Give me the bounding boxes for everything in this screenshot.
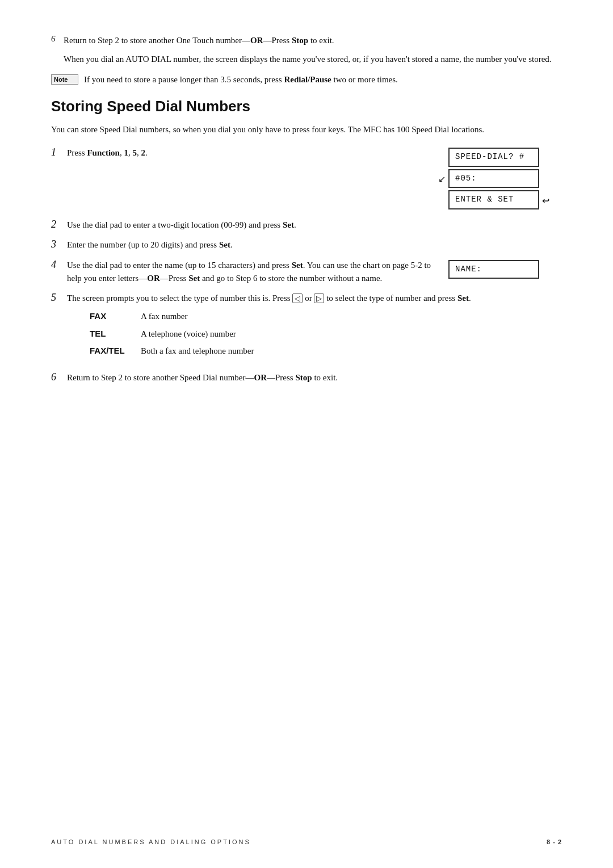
footer: AUTO DIAL NUMBERS AND DIALING OPTIONS 8 … bbox=[51, 838, 562, 845]
auto-dial-note: When you dial an AUTO DIAL number, the s… bbox=[64, 53, 562, 66]
step-5-row: 5 The screen prompts you to select the t… bbox=[51, 292, 562, 364]
steps-container: 1 Press Function, 1, 5, 2. SPEED-DIAL? #… bbox=[51, 146, 562, 384]
section-heading: Storing Speed Dial Numbers bbox=[51, 98, 562, 115]
step4-text-before: Use the dial pad to enter the name (up t… bbox=[67, 261, 292, 270]
step5-bold1: Set bbox=[457, 293, 469, 303]
step-4-lcd: NAME: bbox=[448, 260, 562, 282]
step6-text-before: Return to Step 2 to store another Speed … bbox=[67, 373, 254, 382]
top-step-or: OR bbox=[250, 36, 263, 45]
step5-text-after: to select the type of number and press bbox=[324, 293, 457, 303]
step-4-text: Use the dial pad to enter the name (up t… bbox=[67, 259, 431, 286]
step5-icon-left: ◁ bbox=[292, 293, 303, 303]
note-text: If you need to store a pause longer than… bbox=[84, 73, 398, 86]
fax-desc-tel: A telephone (voice) number bbox=[141, 328, 236, 341]
step1-bold2: 1 bbox=[124, 148, 128, 157]
lcd-line2: #05: bbox=[448, 169, 539, 188]
step4-text-after: —Press bbox=[160, 274, 188, 283]
lcd-name: NAME: bbox=[448, 260, 539, 279]
fax-desc-faxtel: Both a fax and telephone number bbox=[141, 345, 254, 358]
step-6-number: 6 bbox=[51, 371, 67, 383]
step5-text-end: . bbox=[469, 293, 471, 303]
top-section: 6 Return to Step 2 to store another One … bbox=[51, 34, 562, 86]
step3-bold1: Set bbox=[219, 240, 230, 249]
step-4-number: 4 bbox=[51, 259, 67, 271]
note-bold: Redial/Pause bbox=[284, 75, 331, 84]
step-6-body: Return to Step 2 to store another Speed … bbox=[67, 371, 562, 384]
step5-para: The screen prompts you to select the typ… bbox=[67, 292, 562, 305]
step-1-text: Press Function, 1, 5, 2. bbox=[67, 146, 431, 160]
step2-bold1: Set bbox=[283, 220, 294, 229]
step5-text-mid: or bbox=[303, 293, 314, 303]
step-1-row: 1 Press Function, 1, 5, 2. SPEED-DIAL? #… bbox=[51, 146, 562, 212]
step-4-with-lcd: Use the dial pad to enter the name (up t… bbox=[67, 259, 562, 286]
intro-text: You can store Speed Dial numbers, so whe… bbox=[51, 123, 562, 136]
top-step-row: 6 Return to Step 2 to store another One … bbox=[51, 34, 562, 47]
page: 6 Return to Step 2 to store another One … bbox=[0, 0, 613, 868]
lcd-line1: SPEED-DIAL? # bbox=[448, 148, 539, 167]
step-1-lcd: SPEED-DIAL? # ↙ #05: ↩ ENTER & SET bbox=[448, 148, 562, 212]
top-step-number: 6 bbox=[51, 34, 64, 44]
fax-row-faxtel: FAX/TEL Both a fax and telephone number bbox=[90, 344, 562, 358]
fax-label-fax: FAX bbox=[90, 309, 141, 322]
step1-bold4: 2 bbox=[141, 148, 145, 157]
step-4-body: Use the dial pad to enter the name (up t… bbox=[67, 259, 562, 286]
step5-icon-right: ▷ bbox=[314, 293, 324, 303]
step3-text-after: . bbox=[230, 240, 233, 249]
step6-text-after: —Press bbox=[267, 373, 295, 382]
fax-table: FAX A fax number TEL A telephone (voice)… bbox=[90, 309, 562, 358]
step4-text-end: and go to Step 6 to store the number wit… bbox=[200, 274, 382, 283]
fax-label-faxtel: FAX/TEL bbox=[90, 344, 141, 357]
step6-text-end: to exit. bbox=[312, 373, 338, 382]
step1-text-after: . bbox=[145, 148, 148, 157]
note-text-after: two or more times. bbox=[331, 75, 398, 84]
step-3-number: 3 bbox=[51, 238, 67, 250]
top-step-text-after: —Press bbox=[263, 36, 292, 45]
step-3-row: 3 Enter the number (up to 20 digits) and… bbox=[51, 238, 562, 251]
step-4-row: 4 Use the dial pad to enter the name (up… bbox=[51, 259, 562, 286]
fax-row-fax: FAX A fax number bbox=[90, 309, 562, 323]
step-5-number: 5 bbox=[51, 292, 67, 304]
fax-row-tel: TEL A telephone (voice) number bbox=[90, 327, 562, 341]
note-icon: Note bbox=[51, 74, 78, 85]
step-3-body: Enter the number (up to 20 digits) and p… bbox=[67, 238, 562, 251]
step1-text-before: Press bbox=[67, 148, 87, 157]
lcd-curve-arrow-left: ↙ bbox=[438, 173, 446, 187]
step-1-body: Press Function, 1, 5, 2. SPEED-DIAL? # ↙… bbox=[67, 146, 562, 212]
step4-or: OR bbox=[147, 274, 160, 283]
footer-right: 8 - 2 bbox=[547, 838, 562, 845]
footer-left: AUTO DIAL NUMBERS AND DIALING OPTIONS bbox=[51, 838, 251, 845]
step1-bold3: 5 bbox=[132, 148, 137, 157]
step4-bold2: Set bbox=[188, 274, 200, 283]
step-2-body: Use the dial pad to enter a two-digit lo… bbox=[67, 219, 562, 232]
step2-text-before: Use the dial pad to enter a two-digit lo… bbox=[67, 220, 283, 229]
top-step-text-end: to exit. bbox=[308, 36, 334, 45]
step1-bold1: Function bbox=[87, 148, 120, 157]
step-2-number: 2 bbox=[51, 219, 67, 230]
step-2-row: 2 Use the dial pad to enter a two-digit … bbox=[51, 219, 562, 232]
lcd-arrow-right: ↩ bbox=[542, 194, 549, 208]
fax-desc-fax: A fax number bbox=[141, 310, 187, 323]
fax-label-tel: TEL bbox=[90, 327, 141, 340]
step-1-number: 1 bbox=[51, 146, 67, 158]
top-step-stop: Stop bbox=[292, 36, 308, 45]
step3-text-before: Enter the number (up to 20 digits) and p… bbox=[67, 240, 219, 249]
step-1-with-lcd: Press Function, 1, 5, 2. SPEED-DIAL? # ↙… bbox=[67, 146, 562, 212]
step5-text-before: The screen prompts you to select the typ… bbox=[67, 293, 292, 303]
top-step-text-before: Return to Step 2 to store another One To… bbox=[64, 36, 250, 45]
note-text-before: If you need to store a pause longer than… bbox=[84, 75, 284, 84]
lcd-line3-wrapper: ↩ ENTER & SET bbox=[448, 190, 539, 212]
step6-bold1: Stop bbox=[295, 373, 312, 382]
top-step-content: Return to Step 2 to store another One To… bbox=[64, 34, 562, 47]
note-block: Note If you need to store a pause longer… bbox=[51, 73, 562, 86]
step4-bold1: Set bbox=[292, 261, 303, 270]
step-5-body: The screen prompts you to select the typ… bbox=[67, 292, 562, 364]
lcd-line3: ENTER & SET bbox=[448, 190, 539, 209]
step2-text-after: . bbox=[294, 220, 296, 229]
lcd-line2-wrapper: ↙ #05: bbox=[448, 169, 539, 191]
step6-or: OR bbox=[254, 373, 267, 382]
step-6-row: 6 Return to Step 2 to store another Spee… bbox=[51, 371, 562, 384]
